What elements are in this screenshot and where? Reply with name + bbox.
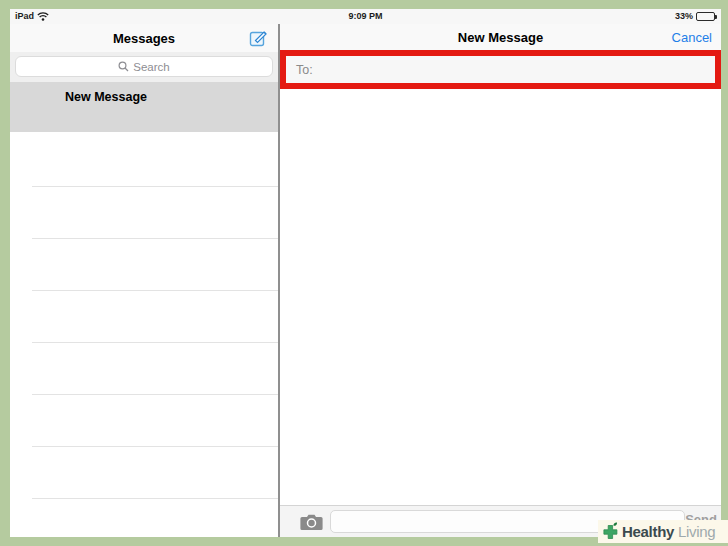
conversation-row-empty <box>32 447 278 499</box>
new-message-panel: New Message Cancel To: Send <box>280 24 721 537</box>
cancel-button[interactable]: Cancel <box>672 30 712 45</box>
conversations-panel: Messages Search <box>10 24 278 537</box>
search-icon <box>118 61 129 72</box>
conversation-row-empty <box>32 395 278 447</box>
conversation-row-selected[interactable]: New Message <box>10 82 278 132</box>
page-title: New Message <box>280 30 721 45</box>
healthy-living-watermark: Healthy Living <box>598 520 728 543</box>
compose-icon <box>249 28 269 48</box>
battery-icon <box>696 12 715 21</box>
sidebar-title: Messages <box>10 31 278 46</box>
battery-percent-label: 33% <box>675 11 693 21</box>
sidebar-header: Messages <box>10 24 278 52</box>
conversation-label: New Message <box>65 90 147 104</box>
camera-icon <box>300 513 324 531</box>
search-placeholder: Search <box>133 61 169 73</box>
search-band: Search <box>10 52 278 82</box>
brand-light: Living <box>674 523 715 540</box>
clock: 9:09 PM <box>10 11 721 21</box>
highlight-rectangle: To: <box>280 50 721 89</box>
conversation-row-empty <box>32 291 278 343</box>
conversation-list <box>10 132 278 537</box>
conversation-row-empty <box>32 343 278 395</box>
conversation-row-empty <box>32 239 278 291</box>
status-bar: iPad 9:09 PM 33% <box>10 9 721 24</box>
camera-button[interactable] <box>300 513 324 531</box>
ipad-screen: iPad 9:09 PM 33% Messages <box>10 9 721 537</box>
watermark-text: Healthy Living <box>622 523 715 540</box>
plus-leaf-icon <box>600 521 622 543</box>
detail-header: New Message Cancel <box>280 24 721 50</box>
to-label: To: <box>296 63 313 77</box>
search-input[interactable]: Search <box>15 56 273 77</box>
to-recipient-field[interactable]: To: <box>286 56 715 83</box>
conversation-row-empty <box>32 132 278 187</box>
conversation-row-empty <box>32 187 278 239</box>
compose-button[interactable] <box>249 28 269 48</box>
brand-bold: Healthy <box>622 523 674 540</box>
